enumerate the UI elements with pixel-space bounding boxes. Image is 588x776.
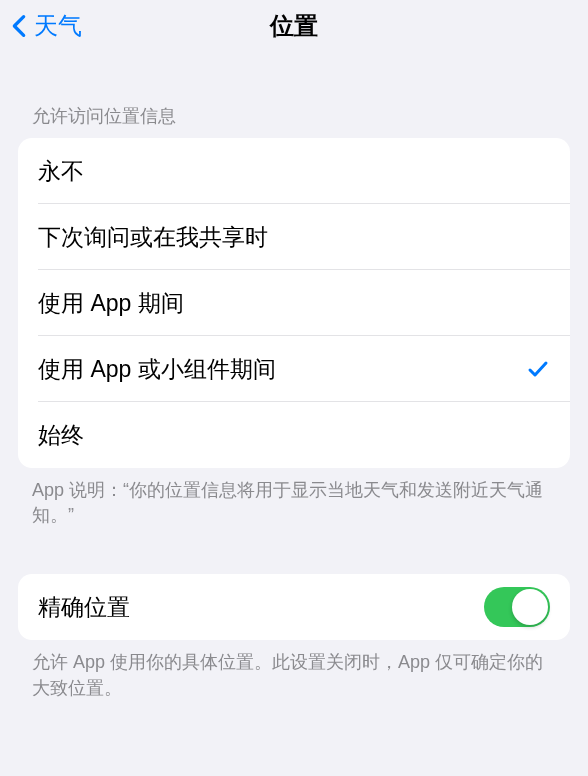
- option-label: 永不: [38, 156, 84, 187]
- option-never[interactable]: 永不: [18, 138, 570, 204]
- precise-location-footer: 允许 App 使用你的具体位置。此设置关闭时，App 仅可确定你的大致位置。: [0, 640, 588, 700]
- back-label: 天气: [34, 10, 82, 42]
- page-title: 位置: [270, 10, 318, 42]
- option-label: 使用 App 或小组件期间: [38, 354, 276, 385]
- option-label: 下次询问或在我共享时: [38, 222, 268, 253]
- option-always[interactable]: 始终: [18, 402, 570, 468]
- location-access-section-header: 允许访问位置信息: [0, 52, 588, 138]
- precise-location-row: 精确位置: [18, 574, 570, 640]
- option-ask-next-time[interactable]: 下次询问或在我共享时: [18, 204, 570, 270]
- location-access-options: 永不 下次询问或在我共享时 使用 App 期间 使用 App 或小组件期间 始终: [18, 138, 570, 468]
- checkmark-icon: [526, 357, 550, 381]
- location-access-footer: App 说明：“你的位置信息将用于显示当地天气和发送附近天气通知。”: [0, 468, 588, 528]
- navigation-header: 天气 位置: [0, 0, 588, 52]
- precise-location-group: 精确位置: [18, 574, 570, 640]
- back-button[interactable]: 天气: [12, 10, 82, 42]
- option-label: 使用 App 期间: [38, 288, 184, 319]
- toggle-knob: [512, 589, 548, 625]
- precise-location-toggle[interactable]: [484, 587, 550, 627]
- option-while-using-app-or-widget[interactable]: 使用 App 或小组件期间: [18, 336, 570, 402]
- precise-location-label: 精确位置: [38, 592, 130, 623]
- option-label: 始终: [38, 420, 84, 451]
- chevron-left-icon: [12, 12, 30, 40]
- option-while-using-app[interactable]: 使用 App 期间: [18, 270, 570, 336]
